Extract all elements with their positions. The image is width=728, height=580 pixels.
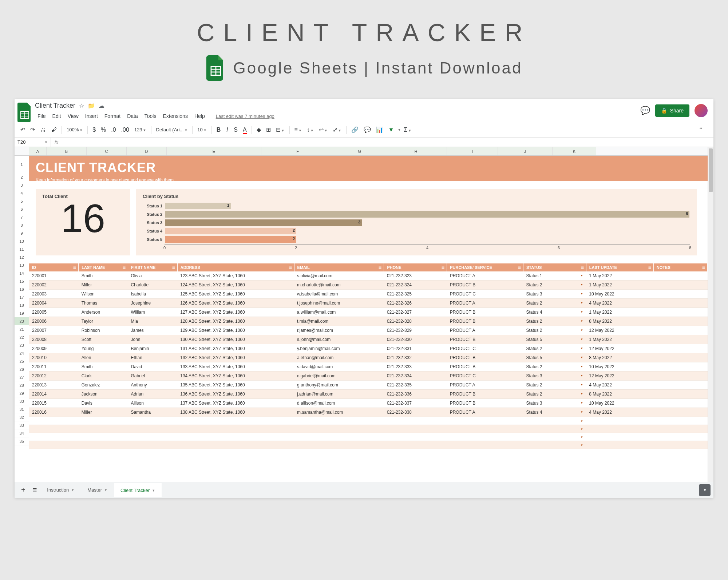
row-header[interactable]: 12 [15, 253, 29, 261]
status-dropdown-icon[interactable]: ▼ [580, 365, 583, 368]
cell-id[interactable]: 220001 [29, 271, 79, 281]
cell-status[interactable]: Status 2▼ [523, 317, 586, 326]
filter-dropdown-icon[interactable]: ☰ [289, 266, 292, 269]
row-header[interactable]: 21 [15, 325, 29, 333]
cell-purchase[interactable]: PRODUCT C [447, 290, 523, 299]
text-color-icon[interactable]: A [241, 125, 249, 135]
cell-last[interactable]: Miller [79, 408, 128, 417]
col-purchase-service[interactable]: PURCHASE/ SERVICE☰ [447, 263, 523, 271]
row-header[interactable]: 29 [15, 389, 29, 397]
menu-file[interactable]: File [35, 112, 48, 120]
link-icon[interactable]: 🔗 [349, 124, 361, 135]
cell-email[interactable]: a.william@mail.com [294, 308, 384, 317]
col-status[interactable]: STATUS☰ [523, 263, 586, 271]
row-header[interactable]: 32 [15, 413, 29, 421]
cell-notes[interactable] [653, 326, 707, 335]
format-currency[interactable]: $ [90, 125, 98, 135]
menu-insert[interactable]: Insert [83, 112, 100, 120]
cell-phone[interactable] [384, 425, 447, 433]
menu-format[interactable]: Format [102, 112, 123, 120]
cell-purchase[interactable]: PRODUCT B [447, 399, 523, 408]
table-row[interactable]: ▼ [29, 417, 708, 425]
wrap-icon[interactable]: ↩▼ [317, 124, 330, 135]
cell-email[interactable]: c.gabriel@mail.com [294, 372, 384, 381]
row-header[interactable]: 18 [15, 301, 29, 309]
cell-notes[interactable] [653, 335, 707, 344]
cell-update[interactable] [586, 425, 653, 433]
cell-update[interactable] [586, 441, 653, 449]
filter-dropdown-icon[interactable]: ☰ [648, 266, 651, 269]
v-align-icon[interactable]: ↕▼ [305, 125, 316, 135]
cell-last[interactable] [79, 417, 128, 425]
row-header[interactable]: 30 [15, 397, 29, 405]
cell-update[interactable]: 4 May 2022 [586, 381, 653, 390]
cell-notes[interactable] [653, 381, 707, 390]
col-header-E[interactable]: E [167, 147, 261, 155]
status-dropdown-icon[interactable]: ▼ [580, 374, 583, 377]
cell-id[interactable]: 220011 [29, 362, 79, 372]
table-row[interactable]: 220003WilsonIsabella125 ABC Street, XYZ … [29, 290, 708, 299]
status-dropdown-icon[interactable]: ▼ [580, 292, 583, 295]
table-row[interactable]: 220001SmithOlivia123 ABC Street, XYZ Sta… [29, 271, 708, 281]
comments-icon[interactable]: 💬 [640, 106, 650, 115]
functions-icon[interactable]: Σ▼ [401, 125, 414, 135]
cell-notes[interactable] [653, 441, 707, 449]
cell-status[interactable]: ▼ [523, 417, 586, 425]
cell-addr[interactable] [177, 441, 294, 449]
row-header[interactable]: 20 [15, 317, 29, 325]
row-header[interactable]: 3 [15, 181, 29, 189]
cell-last[interactable]: Davis [79, 399, 128, 408]
menu-view[interactable]: View [65, 112, 81, 120]
cell-notes[interactable] [653, 425, 707, 433]
cell-status[interactable]: Status 1▼ [523, 271, 586, 281]
cell-notes[interactable] [653, 308, 707, 317]
cell-purchase[interactable] [447, 433, 523, 441]
row-header[interactable]: 10 [15, 237, 29, 245]
cell-id[interactable]: 220016 [29, 408, 79, 417]
menu-edit[interactable]: Edit [50, 112, 64, 120]
row-header[interactable]: 24 [15, 349, 29, 357]
comment-icon[interactable]: 💬 [361, 124, 373, 135]
cell-email[interactable]: t.mia@mail.com [294, 317, 384, 326]
cell-last[interactable] [79, 433, 128, 441]
cell-phone[interactable] [384, 441, 447, 449]
table-row[interactable]: 220010AllenEthan132 ABC Street, XYZ Stat… [29, 353, 708, 362]
cell-first[interactable]: Charlotte [128, 281, 178, 290]
cell-first[interactable]: Josephine [128, 299, 178, 308]
cell-addr[interactable]: 126 ABC Street, XYZ State, 1060 [177, 299, 294, 308]
row-header[interactable]: 25 [15, 357, 29, 365]
redo-icon[interactable]: ↷ [28, 124, 37, 135]
cell-phone[interactable]: 021-232-329 [384, 326, 447, 335]
cell-email[interactable]: m.charlotte@mail.com [294, 281, 384, 290]
bold-icon[interactable]: B [214, 125, 223, 135]
cell-status[interactable]: ▼ [523, 441, 586, 449]
fill-color-icon[interactable]: ◆ [254, 124, 263, 135]
strikethrough-icon[interactable]: S [232, 125, 240, 135]
col-email[interactable]: EMAIL☰ [294, 263, 384, 271]
cell-notes[interactable] [653, 290, 707, 299]
vertical-scrollbar[interactable] [708, 147, 713, 482]
cell-purchase[interactable]: PRODUCT B [447, 335, 523, 344]
cell-addr[interactable]: 131 ABC Street, XYZ State, 1060 [177, 344, 294, 353]
cell-email[interactable]: j.adrian@mail.com [294, 390, 384, 399]
cell-purchase[interactable]: PRODUCT C [447, 344, 523, 353]
cell-email[interactable]: s.john@mail.com [294, 335, 384, 344]
cell-status[interactable]: Status 3▼ [523, 372, 586, 381]
row-header[interactable]: 27 [15, 373, 29, 381]
cell-update[interactable]: 8 May 2022 [586, 317, 653, 326]
row-header[interactable]: 19 [15, 309, 29, 317]
cell-phone[interactable]: 021-232-338 [384, 408, 447, 417]
row-header[interactable]: 9 [15, 229, 29, 237]
cell-purchase[interactable]: PRODUCT A [447, 271, 523, 281]
table-row[interactable]: 220014JacksonAdrian136 ABC Street, XYZ S… [29, 390, 708, 399]
cell-first[interactable]: Isabella [128, 290, 178, 299]
table-row[interactable]: 220011SmithDavid133 ABC Street, XYZ Stat… [29, 362, 708, 372]
cell-phone[interactable]: 021-232-332 [384, 353, 447, 362]
cell-phone[interactable]: 021-232-335 [384, 381, 447, 390]
cell-addr[interactable]: 133 ABC Street, XYZ State, 1060 [177, 362, 294, 372]
cell-email[interactable]: g.anthony@mail.com [294, 381, 384, 390]
undo-icon[interactable]: ↶ [18, 124, 27, 135]
rotate-icon[interactable]: ⤢▼ [331, 124, 344, 135]
table-row[interactable]: 220009YoungBenjamin131 ABC Street, XYZ S… [29, 344, 708, 353]
cell-addr[interactable] [177, 433, 294, 441]
